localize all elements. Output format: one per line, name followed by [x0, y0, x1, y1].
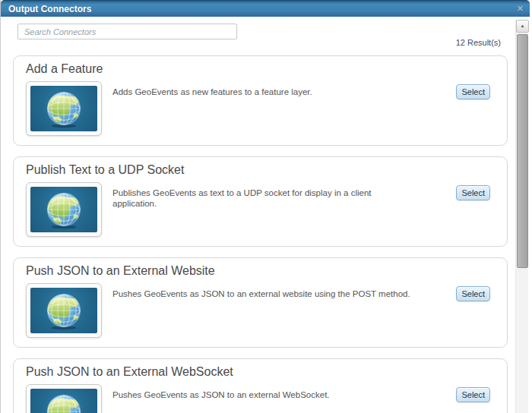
connector-thumbnail	[26, 384, 102, 413]
connector-title: Publish Text to a UDP Socket	[26, 163, 184, 177]
connector-thumbnail	[26, 182, 102, 237]
connector-card-add-a-feature: Add a Feature Adds GeoEvents as new feat…	[13, 55, 508, 146]
dialog-titlebar: Output Connectors ✕	[1, 0, 530, 17]
connector-title: Push JSON to an External WebSocket	[26, 365, 233, 379]
select-button[interactable]: Select	[456, 185, 490, 200]
connector-title: Push JSON to an External Website	[26, 264, 215, 278]
dialog-title: Output Connectors	[8, 4, 91, 14]
connector-title: Add a Feature	[26, 62, 103, 76]
globe-icon	[30, 389, 97, 413]
connector-card-push-json-websocket: Push JSON to an External WebSocket Pushe…	[13, 358, 508, 413]
scrollbar-thumb[interactable]	[517, 34, 528, 268]
connector-card-publish-text-udp: Publish Text to a UDP Socket Publishes G…	[13, 156, 508, 247]
connector-description: Pushes GeoEvents as JSON to an external …	[112, 389, 412, 400]
scroll-up-icon[interactable]: ▲	[516, 20, 529, 33]
globe-icon	[30, 86, 97, 131]
select-button[interactable]: Select	[456, 387, 490, 402]
globe-icon	[30, 288, 97, 333]
globe-icon	[30, 187, 97, 232]
connector-description: Adds GeoEvents as new features to a feat…	[112, 87, 412, 97]
results-count: 12 Result(s)	[456, 38, 501, 47]
connector-description: Publishes GeoEvents as text to a UDP soc…	[112, 188, 412, 209]
close-icon[interactable]: ✕	[517, 4, 524, 14]
select-button[interactable]: Select	[456, 286, 490, 301]
vertical-scrollbar[interactable]: ▲	[515, 20, 528, 413]
select-button[interactable]: Select	[456, 84, 490, 99]
connector-description: Pushes GeoEvents as JSON to an external …	[112, 288, 412, 299]
connector-card-push-json-website: Push JSON to an External Website Pushes …	[13, 257, 508, 348]
search-input[interactable]	[17, 24, 237, 39]
connector-thumbnail	[26, 283, 102, 338]
output-connectors-dialog: Output Connectors ✕ 12 Result(s) Add a F…	[0, 0, 532, 413]
connector-thumbnail	[26, 81, 102, 136]
